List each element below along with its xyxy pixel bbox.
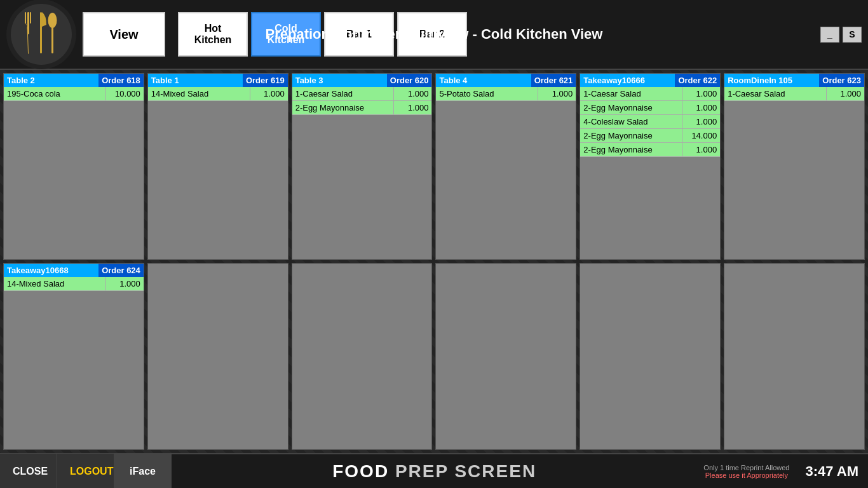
- order-header-618: Table 2 Order 618: [4, 74, 144, 87]
- table-label-619: Table 1: [148, 74, 243, 87]
- hot-kitchen-tab[interactable]: HotKitchen: [178, 12, 248, 57]
- order-items-619: 14-Mixed Salad 1.000: [148, 87, 288, 259]
- order-header-619: Table 1 Order 619: [148, 74, 288, 87]
- header-title: Prepation Controller MultiView - Cold Ki…: [266, 26, 603, 43]
- order-items-621: 5-Potato Salad 1.000: [436, 87, 576, 259]
- order-item: 2-Egg Mayonnaise 1.000: [580, 101, 720, 115]
- iface-button[interactable]: iFace: [114, 454, 172, 488]
- order-item: 14-Mixed Salad 1.000: [148, 87, 288, 101]
- view-button[interactable]: View: [83, 12, 165, 57]
- order-card-624[interactable]: Takeaway10668 Order 624 14-Mixed Salad 1…: [3, 263, 144, 450]
- order-header-623: RoomDineIn 105 Order 623: [724, 74, 864, 87]
- order-item: 1-Caesar Salad 1.000: [292, 87, 432, 101]
- order-item: 1-Caesar Salad 1.000: [580, 87, 720, 101]
- table-label-618: Table 2: [4, 74, 98, 87]
- logout-button[interactable]: LOGOUT: [57, 454, 114, 488]
- table-label-623: RoomDineIn 105: [724, 74, 819, 87]
- order-number-624: Order 624: [98, 264, 144, 277]
- order-card-623[interactable]: RoomDineIn 105 Order 623 1-Caesar Salad …: [724, 73, 865, 260]
- svg-point-7: [48, 13, 57, 28]
- empty-card-r2c3: [292, 263, 433, 450]
- svg-rect-2: [25, 12, 26, 24]
- order-number-621: Order 621: [531, 74, 576, 87]
- order-number-619: Order 619: [243, 74, 288, 87]
- order-card-622[interactable]: Takeaway10666 Order 622 1-Caesar Salad 1…: [580, 73, 721, 260]
- order-item: 5-Potato Salad 1.000: [436, 87, 576, 101]
- order-item: 2-Egg Mayonnaise 14.000: [580, 129, 720, 143]
- order-header-620: Table 3 Order 620: [292, 74, 432, 87]
- order-header-624: Takeaway10668 Order 624: [4, 264, 144, 277]
- order-item: 14-Mixed Salad 1.000: [4, 277, 144, 291]
- svg-rect-4: [28, 12, 29, 24]
- order-item: 1-Caesar Salad 1.000: [724, 87, 864, 101]
- food-label: FOOD: [332, 461, 395, 481]
- order-number-623: Order 623: [819, 74, 864, 87]
- maximize-button[interactable]: S: [843, 27, 862, 43]
- order-card-620[interactable]: Table 3 Order 620 1-Caesar Salad 1.000 2…: [292, 73, 433, 260]
- empty-card-r2c6: [724, 263, 865, 450]
- footer-note-line2: Please use it Appropriately: [703, 471, 789, 479]
- table-label-620: Table 3: [292, 74, 387, 87]
- svg-rect-6: [51, 27, 53, 53]
- footer-time: 3:47 AM: [796, 463, 868, 480]
- order-card-618[interactable]: Table 2 Order 618 195-Coca cola 10.000: [3, 73, 144, 260]
- minimize-button[interactable]: _: [820, 27, 839, 43]
- order-item: 4-Coleslaw Salad 1.000: [580, 115, 720, 129]
- window-controls: _ S: [820, 27, 862, 43]
- main-area: Table 2 Order 618 195-Coca cola 10.000 T…: [0, 70, 868, 453]
- order-items-624: 14-Mixed Salad 1.000: [4, 277, 144, 449]
- order-items-618: 195-Coca cola 10.000: [4, 87, 144, 259]
- svg-rect-3: [30, 12, 31, 24]
- order-card-619[interactable]: Table 1 Order 619 14-Mixed Salad 1.000: [147, 73, 288, 260]
- footer-note: Only 1 time Reprint Allowed Please use i…: [697, 464, 796, 479]
- order-number-620: Order 620: [387, 74, 432, 87]
- table-label-624: Takeaway10668: [4, 264, 98, 277]
- order-header-621: Table 4 Order 621: [436, 74, 576, 87]
- order-item: 2-Egg Mayonnaise 1.000: [580, 143, 720, 157]
- order-item: 195-Coca cola 10.000: [4, 87, 144, 101]
- order-header-622: Takeaway10666 Order 622: [580, 74, 720, 87]
- header: View HotKitchen ColdKitchen Bar 1 Bar 2 …: [0, 0, 868, 70]
- footer: CLOSE LOGOUT iFace FOOD PREP SCREEN Only…: [0, 453, 868, 488]
- order-items-623: 1-Caesar Salad 1.000: [724, 87, 864, 259]
- close-button[interactable]: CLOSE: [0, 454, 57, 488]
- empty-card-r2c2: [147, 263, 288, 450]
- order-items-622: 1-Caesar Salad 1.000 2-Egg Mayonnaise 1.…: [580, 87, 720, 259]
- empty-card-r2c4: [435, 263, 576, 450]
- logo: [6, 0, 76, 69]
- svg-rect-5: [40, 12, 42, 53]
- footer-screen-label: FOOD PREP SCREEN: [172, 461, 697, 482]
- order-number-622: Order 622: [675, 74, 720, 87]
- order-card-621[interactable]: Table 4 Order 621 5-Potato Salad 1.000: [435, 73, 576, 260]
- order-number-618: Order 618: [98, 74, 144, 87]
- order-item: 2-Egg Mayonnaise 1.000: [292, 101, 432, 115]
- footer-note-line1: Only 1 time Reprint Allowed: [703, 464, 789, 471]
- order-items-620: 1-Caesar Salad 1.000 2-Egg Mayonnaise 1.…: [292, 87, 432, 259]
- table-label-621: Table 4: [436, 74, 531, 87]
- table-label-622: Takeaway10666: [580, 74, 675, 87]
- prep-label: PREP SCREEN: [395, 461, 536, 481]
- empty-card-r2c5: [580, 263, 721, 450]
